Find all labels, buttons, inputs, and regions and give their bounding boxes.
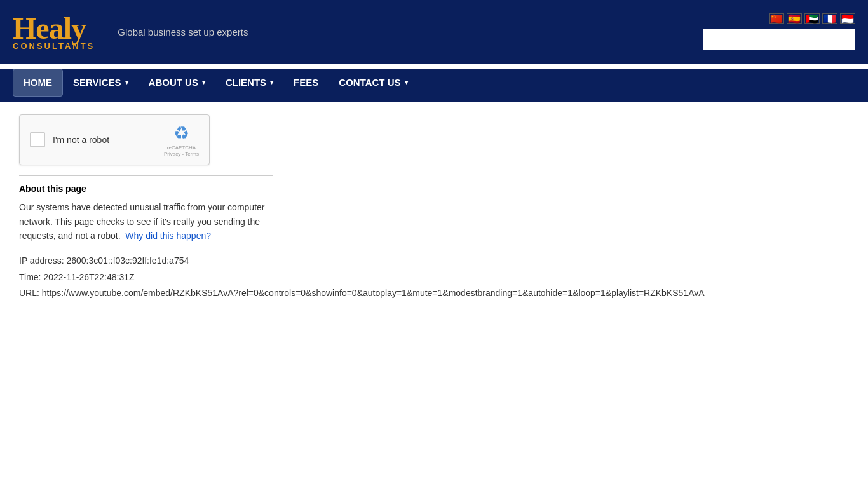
flag-spanish[interactable]: 🇪🇸: [787, 13, 802, 24]
header-right: 🇨🇳 🇪🇸 🇦🇪 🇫🇷 🇮🇩: [703, 13, 855, 50]
logo-sub: CONSULTANTS: [13, 41, 95, 51]
why-did-this-happen-link[interactable]: Why did this happen?: [125, 231, 211, 241]
contact-caret: ▾: [405, 74, 408, 92]
nav-contact-us[interactable]: CONTACT US ▾: [329, 69, 417, 97]
nav-clients[interactable]: CLIENTS ▾: [215, 69, 283, 97]
time-value: 2022-11-26T22:48:31Z: [43, 272, 134, 282]
captcha-logo: ♻ reCAPTCHAPrivacy - Terms: [164, 123, 199, 157]
about-page-body: Our systems have detected unusual traffi…: [19, 200, 286, 243]
logo-block: Healy CONSULTANTS: [13, 13, 95, 51]
url-value: https://www.youtube.com/embed/RZKbKS51Av…: [42, 288, 705, 298]
header: Healy CONSULTANTS Global business set up…: [0, 0, 868, 64]
ip-label: IP address:: [19, 255, 64, 266]
time-label: Time:: [19, 272, 41, 282]
clients-caret: ▾: [270, 74, 273, 92]
about-caret: ▾: [202, 74, 205, 92]
nav-fees[interactable]: FEES: [283, 69, 329, 97]
flag-row: 🇨🇳 🇪🇸 🇦🇪 🇫🇷 🇮🇩: [769, 13, 855, 24]
main-content: I'm not a robot ♻ reCAPTCHAPrivacy - Ter…: [0, 102, 868, 314]
tagline: Global business set up experts: [118, 27, 248, 37]
navbar: HOME SERVICES ▾ ABOUT US ▾ CLIENTS ▾ FEE…: [0, 69, 868, 102]
nav-menu: HOME SERVICES ▾ ABOUT US ▾ CLIENTS ▾ FEE…: [13, 69, 855, 97]
url-line: URL: https://www.youtube.com/embed/RZKbK…: [19, 285, 849, 301]
captcha-label: I'm not a robot: [53, 135, 156, 145]
logo-area: Healy CONSULTANTS Global business set up…: [13, 13, 248, 51]
flag-arabic[interactable]: 🇦🇪: [804, 13, 820, 24]
section-divider: [19, 175, 273, 176]
time-line: Time: 2022-11-26T22:48:31Z: [19, 269, 849, 285]
flag-french[interactable]: 🇫🇷: [822, 13, 837, 24]
search-box: [703, 29, 855, 50]
flag-indonesian[interactable]: 🇮🇩: [840, 13, 855, 24]
services-caret: ▾: [125, 74, 128, 92]
nav-about-us[interactable]: ABOUT US ▾: [139, 69, 215, 97]
ip-value: 2600:3c01::f03c:92ff:fe1d:a754: [66, 255, 189, 266]
captcha-widget: I'm not a robot ♻ reCAPTCHAPrivacy - Ter…: [19, 114, 210, 165]
url-label: URL:: [19, 288, 39, 298]
recaptcha-brand: reCAPTCHAPrivacy - Terms: [164, 145, 199, 157]
nav-services[interactable]: SERVICES ▾: [63, 69, 139, 97]
about-page-title: About this page: [19, 184, 849, 194]
flag-chinese[interactable]: 🇨🇳: [769, 13, 784, 24]
meta-info: IP address: 2600:3c01::f03c:92ff:fe1d:a7…: [19, 253, 849, 301]
captcha-checkbox[interactable]: [30, 132, 45, 147]
ip-line: IP address: 2600:3c01::f03c:92ff:fe1d:a7…: [19, 253, 849, 269]
nav-home[interactable]: HOME: [13, 69, 63, 97]
logo-name[interactable]: Healy: [13, 13, 95, 44]
recaptcha-icon: ♻: [173, 123, 189, 144]
search-input[interactable]: [703, 29, 855, 50]
